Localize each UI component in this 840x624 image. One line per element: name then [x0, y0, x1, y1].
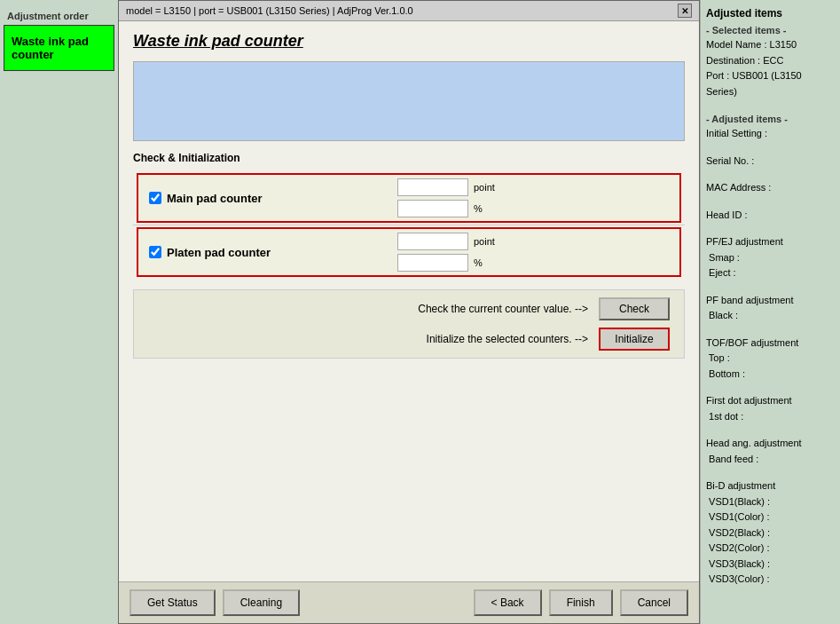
right-mac: MAC Address :	[706, 180, 835, 195]
platen-pad-label-text: Platen pad counter	[167, 246, 271, 259]
sidebar-item-waste-ink[interactable]: Waste ink pad counter	[4, 25, 114, 71]
platen-pad-point-input[interactable]	[397, 233, 468, 250]
right-port: Port : USB001 (L3150	[706, 68, 835, 83]
platen-pad-percent-input[interactable]	[397, 254, 468, 272]
right-vsd3color: VSD3(Color) :	[706, 572, 835, 587]
main-pad-percent-unit: %	[474, 203, 483, 214]
main-pad-label[interactable]: Main pad counter	[149, 192, 344, 205]
content-area: Waste ink pad counter Check & Initializa…	[119, 21, 699, 581]
right-top: Top :	[706, 351, 835, 366]
main-pad-checkbox[interactable]	[149, 192, 161, 204]
title-bar: model = L3150 | port = USB001 (L3150 Ser…	[119, 1, 699, 21]
right-tofbof: TOF/BOF adjustment	[706, 336, 835, 351]
right-black: Black :	[706, 308, 835, 323]
page-title: Waste ink pad counter	[133, 32, 685, 51]
right-headang: Head ang. adjustment	[706, 436, 835, 451]
right-serial: Serial No. :	[706, 154, 835, 169]
get-status-button[interactable]: Get Status	[130, 589, 216, 616]
info-textarea[interactable]	[133, 61, 685, 141]
platen-pad-label[interactable]: Platen pad counter	[149, 246, 344, 259]
counter-divider	[133, 225, 685, 225]
main-pad-percent-row: %	[397, 200, 495, 217]
right-head-id: Head ID :	[706, 208, 835, 223]
platen-pad-counter-row: Platen pad counter point %	[137, 227, 681, 277]
main-window: model = L3150 | port = USB001 (L3150 Ser…	[118, 0, 700, 624]
initialize-button[interactable]: Initialize	[599, 328, 670, 351]
check-action-row: Check the current counter value. --> Che…	[148, 297, 670, 320]
check-button[interactable]: Check	[599, 297, 670, 320]
counter-sections: Main pad counter point %	[133, 171, 685, 279]
finish-button[interactable]: Finish	[549, 589, 613, 616]
right-pfej: PF/EJ adjustment	[706, 234, 835, 249]
right-pfband: PF band adjustment	[706, 293, 835, 308]
platen-pad-percent-row: %	[397, 254, 495, 272]
sidebar-header: Adjustment order	[4, 7, 114, 25]
initialize-action-label: Initialize the selected counters. -->	[148, 333, 588, 345]
main-pad-point-unit: point	[474, 182, 495, 193]
cancel-button[interactable]: Cancel	[620, 589, 688, 616]
right-bottom: Bottom :	[706, 367, 835, 382]
right-bandfeed: Band feed :	[706, 452, 835, 467]
right-vsd1black: VSD1(Black) :	[706, 494, 835, 509]
right-eject: Eject :	[706, 265, 835, 280]
sidebar: Adjustment order Waste ink pad counter	[0, 0, 118, 624]
main-pad-point-row: point	[397, 178, 495, 196]
check-action-label: Check the current counter value. -->	[148, 303, 588, 315]
right-vsd1color: VSD1(Color) :	[706, 509, 835, 525]
right-firstdot: First dot adjustment	[706, 393, 835, 408]
right-vsd3black: VSD3(Black) :	[706, 557, 835, 572]
right-bid: Bi-D adjustment	[706, 478, 835, 494]
main-pad-label-text: Main pad counter	[167, 192, 263, 205]
bottom-bar: Get Status Cleaning < Back Finish Cancel	[119, 581, 699, 623]
right-adjusted-header: - Adjusted items -	[706, 114, 835, 124]
right-panel-title: Adjusted items	[706, 7, 835, 20]
right-panel: Adjusted items - Selected items - Model …	[700, 0, 840, 624]
platen-pad-percent-unit: %	[474, 257, 483, 268]
info-textarea-wrapper	[133, 61, 685, 141]
right-selected-header: - Selected items -	[706, 25, 835, 36]
right-model: Model Name : L3150	[706, 37, 835, 52]
platen-pad-point-row: point	[397, 233, 495, 250]
title-bar-text: model = L3150 | port = USB001 (L3150 Ser…	[126, 5, 413, 16]
action-area: Check the current counter value. --> Che…	[133, 289, 685, 359]
main-pad-counter-row: Main pad counter point %	[137, 173, 681, 223]
section-label: Check & Initialization	[133, 152, 685, 164]
main-pad-inputs: point %	[397, 178, 495, 217]
close-button[interactable]: ✕	[678, 4, 692, 18]
platen-pad-inputs: point %	[397, 233, 495, 272]
back-button[interactable]: < Back	[474, 589, 542, 616]
right-vsd2black: VSD2(Black) :	[706, 525, 835, 541]
main-pad-point-input[interactable]	[397, 178, 468, 196]
initialize-action-row: Initialize the selected counters. --> In…	[148, 328, 670, 351]
right-vsd2color: VSD2(Color) :	[706, 541, 835, 556]
cleaning-button[interactable]: Cleaning	[223, 589, 300, 616]
right-initial-setting: Initial Setting :	[706, 126, 835, 141]
right-smap: Smap :	[706, 250, 835, 265]
right-port-series: Series)	[706, 84, 835, 99]
right-destination: Destination : ECC	[706, 53, 835, 68]
platen-pad-checkbox[interactable]	[149, 246, 161, 258]
right-1stdot: 1st dot :	[706, 409, 835, 424]
platen-pad-point-unit: point	[474, 236, 495, 247]
main-pad-percent-input[interactable]	[397, 200, 468, 217]
